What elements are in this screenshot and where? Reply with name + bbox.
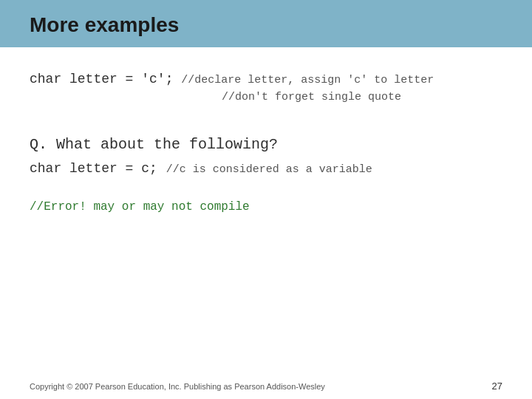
footer-copyright: Copyright © 2007 Pearson Education, Inc.…: [30, 382, 325, 391]
question-line: Q. What about the following?: [30, 133, 502, 157]
code-text-1: char letter = 'c';: [30, 69, 181, 89]
slide-content: char letter = 'c'; //declare letter, ass…: [0, 47, 532, 373]
question-text: Q. What about the following?: [30, 136, 278, 153]
char-code: char letter = c;: [30, 161, 157, 176]
slide: More examples char letter = 'c'; //decla…: [0, 0, 532, 399]
footer-page-number: 27: [492, 381, 502, 392]
code-line-1: char letter = 'c'; //declare letter, ass…: [30, 69, 502, 89]
code-block-1: char letter = 'c'; //declare letter, ass…: [30, 69, 502, 106]
title-bar: More examples: [0, 0, 532, 47]
code-line-2: //don't forget single quote: [30, 89, 502, 106]
slide-title: More examples: [30, 13, 179, 36]
char-line: char letter = c; //c is considered as a …: [30, 161, 502, 176]
error-comment: //Error! may or may not compile: [30, 200, 250, 214]
code-comment-2: //don't forget single quote: [222, 91, 401, 103]
char-comment: //c is considered as a variable: [166, 163, 372, 176]
error-section: //Error! may or may not compile: [30, 200, 502, 214]
question-section: Q. What about the following? char letter…: [30, 133, 502, 176]
code-comment-1: //declare letter, assign 'c' to letter: [181, 72, 434, 89]
footer: Copyright © 2007 Pearson Education, Inc.…: [0, 373, 532, 399]
